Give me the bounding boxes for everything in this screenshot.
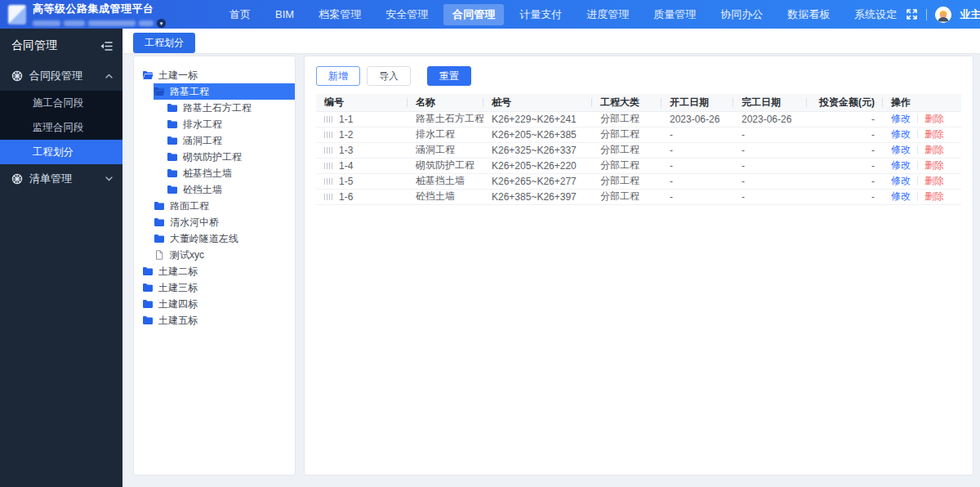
file-icon — [154, 250, 165, 260]
tree-node[interactable]: 路基工程 — [154, 83, 295, 100]
delete-link[interactable]: 删除 — [924, 113, 944, 124]
cell-number: 1-6 — [339, 191, 353, 203]
col-header-end-date: 完工日期 — [733, 94, 807, 111]
tree-node-label: 桩基挡土墙 — [183, 167, 232, 181]
cell-amount: - — [807, 127, 883, 142]
tree-node[interactable]: 土建三标 — [142, 279, 295, 296]
folder-icon — [167, 168, 178, 178]
sidebar-item-construction-contract[interactable]: 施工合同段 — [0, 91, 122, 115]
drag-handle-icon[interactable] — [324, 178, 332, 185]
op-divider — [917, 114, 918, 123]
tree-node-label: 大董岭隧道左线 — [170, 232, 238, 246]
nav-item-progress[interactable]: 进度管理 — [577, 4, 638, 25]
nav-item-payment[interactable]: 计量支付 — [510, 4, 571, 25]
delete-link[interactable]: 删除 — [924, 144, 944, 155]
reset-button[interactable]: 重置 — [427, 66, 471, 86]
delete-link[interactable]: 删除 — [924, 128, 944, 140]
folder-icon — [167, 152, 178, 162]
drag-handle-icon[interactable] — [324, 194, 332, 200]
nav-item-collaboration[interactable]: 协同办公 — [711, 4, 772, 25]
nav-item-dashboard[interactable]: 数据看板 — [778, 4, 839, 25]
op-divider — [917, 176, 918, 185]
nav-item-bim[interactable]: BIM — [266, 5, 303, 24]
cell-amount: - — [807, 111, 883, 127]
delete-link[interactable]: 删除 — [924, 159, 944, 171]
wheel-icon — [11, 173, 23, 185]
folder-icon — [142, 299, 154, 309]
sidebar: 合同管理 合同段管理 施工合同段 监理合同段 工程划分 — [0, 29, 122, 487]
nav-item-contract[interactable]: 合同管理 — [443, 4, 504, 25]
cell-number: 1-3 — [339, 145, 353, 156]
delete-link[interactable]: 删除 — [924, 190, 944, 202]
tree-node[interactable]: 涵洞工程 — [167, 132, 295, 149]
fullscreen-icon[interactable] — [906, 8, 918, 20]
edit-link[interactable]: 修改 — [891, 190, 911, 202]
edit-link[interactable]: 修改 — [891, 175, 911, 186]
edit-link[interactable]: 修改 — [891, 128, 911, 140]
folder-icon — [154, 201, 165, 211]
add-button[interactable]: 新增 — [316, 66, 360, 86]
sidebar-group-list-management[interactable]: 清单管理 — [0, 164, 122, 194]
nav-item-archives[interactable]: 档案管理 — [310, 4, 370, 25]
cell-amount: - — [807, 173, 883, 189]
cell-start-date: - — [662, 158, 733, 173]
user-name[interactable]: 业主总工 — [960, 7, 980, 22]
delete-link[interactable]: 删除 — [924, 175, 944, 186]
avatar[interactable] — [935, 7, 951, 23]
cell-category: 分部工程 — [592, 111, 662, 127]
tree-node[interactable]: 路基土石方工程 — [167, 100, 295, 116]
chevron-down-icon — [105, 176, 113, 181]
folder-icon — [167, 119, 178, 129]
chevron-up-icon — [105, 74, 113, 78]
tree-node[interactable]: 排水工程 — [167, 116, 295, 132]
drag-handle-icon[interactable] — [324, 147, 332, 154]
menu-fold-icon[interactable] — [100, 41, 113, 51]
drag-handle-icon[interactable] — [324, 116, 332, 123]
cell-category: 分部工程 — [592, 142, 662, 158]
drag-handle-icon[interactable] — [324, 163, 332, 169]
cell-amount: - — [807, 189, 883, 204]
nav-item-quality[interactable]: 质量管理 — [644, 4, 705, 25]
tab-project-division[interactable]: 工程划分 — [133, 33, 195, 53]
nav-item-home[interactable]: 首页 — [220, 4, 260, 25]
cell-stake: K26+229~K26+241 — [483, 111, 592, 127]
tree-node[interactable]: 砌筑防护工程 — [167, 149, 295, 165]
edit-link[interactable]: 修改 — [891, 144, 911, 155]
folder-icon — [142, 266, 154, 276]
edit-link[interactable]: 修改 — [891, 159, 911, 171]
tree-node-label: 土建一标 — [158, 69, 198, 83]
tree-node-label: 路基工程 — [170, 85, 209, 99]
nav-item-safety[interactable]: 安全管理 — [376, 4, 437, 25]
sidebar-item-supervision-contract[interactable]: 监理合同段 — [0, 115, 122, 140]
cell-stake: K26+205~K26+385 — [483, 127, 592, 142]
sidebar-item-project-division[interactable]: 工程划分 — [0, 140, 122, 164]
folder-icon — [154, 234, 165, 244]
tree-node[interactable]: 土建一标 — [142, 67, 295, 83]
tree-node[interactable]: 土建二标 — [142, 263, 295, 279]
cell-name: 排水工程 — [408, 127, 483, 142]
nav-item-settings[interactable]: 系统设定 — [845, 4, 906, 25]
cell-end-date: - — [733, 173, 807, 189]
cell-name: 砼挡土墙 — [408, 189, 483, 204]
tree-node[interactable]: 土建四标 — [142, 296, 295, 312]
drag-handle-icon[interactable] — [324, 132, 332, 138]
tree-node[interactable]: 路面工程 — [154, 198, 295, 214]
content-area: 工程划分 土建一标路基工程路基土石方工程排水工程涵洞工程砌筑防护工程桩基挡土墙砼… — [122, 29, 980, 487]
table-row: 1-5桩基挡土墙K26+265~K26+277分部工程---修改删除 — [316, 173, 961, 189]
tree-node[interactable]: 清水河中桥 — [154, 214, 295, 230]
tree-node[interactable]: 大董岭隧道左线 — [154, 230, 295, 247]
tree-node[interactable]: 测试xyc — [154, 247, 295, 263]
tree-node[interactable]: 土建五标 — [142, 312, 295, 328]
tree-node-label: 土建二标 — [158, 265, 198, 279]
tree-node-label: 清水河中桥 — [170, 216, 219, 230]
import-button[interactable]: 导入 — [367, 66, 411, 86]
folder-icon — [142, 315, 154, 325]
cell-number: 1-4 — [339, 160, 353, 172]
tree-node[interactable]: 砼挡土墙 — [167, 181, 295, 198]
edit-link[interactable]: 修改 — [891, 113, 911, 124]
folder-open-icon — [142, 70, 154, 80]
tree-node-label: 土建三标 — [158, 281, 198, 295]
sidebar-group-contract-sections[interactable]: 合同段管理 — [0, 61, 122, 91]
chevron-down-icon[interactable]: ▾ — [157, 19, 166, 28]
tree-node[interactable]: 桩基挡土墙 — [167, 165, 295, 181]
